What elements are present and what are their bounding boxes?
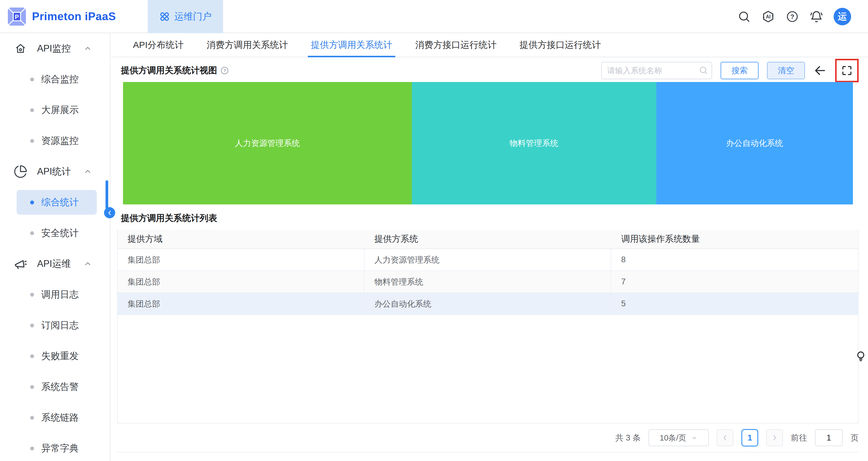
page-unit-label: 页: [850, 432, 859, 443]
tab-bar: API分布统计 消费方调用关系统计 提供方调用关系统计 消费方接口运行统计 提供…: [111, 33, 868, 57]
portal-tab-label: 运维门户: [174, 10, 212, 23]
group-label: API运维: [37, 257, 71, 270]
bullet-icon: [30, 231, 34, 235]
back-arrow-button[interactable]: [813, 64, 827, 77]
table-row[interactable]: 集团总部 物料管理系统 7: [118, 271, 858, 293]
ai-assistant-icon[interactable]: AI: [761, 10, 775, 24]
pagination: 共 3 条 10条/页 1 前往 页: [117, 424, 859, 453]
sidebar-item[interactable]: 系统链路: [17, 402, 97, 433]
tab-api-distribution[interactable]: API分布统计: [133, 33, 184, 57]
top-icons: AI ? 运: [737, 0, 851, 33]
svg-text:?: ?: [223, 68, 226, 73]
annotation-highlight-box: [835, 59, 859, 82]
arrow-left-icon: [813, 64, 827, 77]
treemap-node[interactable]: 物料管理系统: [412, 82, 656, 205]
help-circle-icon[interactable]: ?: [220, 66, 229, 75]
view-actions: 搜索 清空: [601, 59, 859, 82]
sidebar-collapse-button[interactable]: [104, 207, 115, 218]
bullet-icon: [30, 416, 34, 420]
bullet-icon: [30, 139, 34, 143]
tab-provider-call-relation[interactable]: 提供方调用关系统计: [311, 33, 392, 57]
apps-grid-icon: [159, 11, 170, 22]
sidebar-scroll-indicator: [105, 180, 108, 209]
column-header: 调用该操作系统数量: [611, 230, 858, 248]
bullet-icon: [30, 201, 34, 205]
group-label: API统计: [37, 165, 71, 178]
chevron-right-icon: [771, 434, 778, 441]
fullscreen-icon: [841, 64, 853, 76]
chevron-up-icon: [84, 260, 92, 268]
svg-text:AI: AI: [766, 14, 771, 19]
sidebar-group-api-monitor[interactable]: API监控: [0, 33, 110, 64]
table-row-highlighted[interactable]: 集团总部 办公自动化系统 5: [118, 293, 858, 315]
bullet-icon: [30, 385, 34, 389]
sidebar-item[interactable]: 综合监控: [17, 64, 97, 95]
treemap-node[interactable]: 办公自动化系统: [656, 82, 853, 205]
user-avatar[interactable]: 运: [834, 8, 851, 25]
bullet-icon: [30, 78, 34, 82]
sidebar-item[interactable]: 异常字典: [17, 433, 97, 461]
main-content: API分布统计 消费方调用关系统计 提供方调用关系统计 消费方接口运行统计 提供…: [111, 33, 868, 461]
table-empty-area: [118, 315, 858, 423]
bullet-icon: [30, 447, 34, 451]
view-controls-row: 提供方调用关系统计视图 ? 搜索 清空: [111, 62, 868, 80]
sidebar-item[interactable]: 失败重发: [17, 341, 97, 371]
svg-text:P: P: [15, 13, 19, 20]
sidebar-group-api-ops[interactable]: API运维: [0, 248, 110, 279]
brand-logo-icon: P: [7, 7, 27, 26]
sidebar-item-active[interactable]: 综合统计: [17, 187, 97, 218]
treemap-node[interactable]: 人力资源管理系统: [123, 82, 412, 205]
sidebar: API监控 综合监控 大屏展示 资源监控 API统计 综合统计 安全统计 API…: [0, 33, 110, 461]
help-icon[interactable]: ?: [785, 10, 799, 24]
brand-name: Primeton iPaaS: [32, 10, 116, 23]
chevron-up-icon: [84, 44, 92, 53]
view-section-title: 提供方调用关系统计视图 ?: [121, 64, 229, 76]
lightbulb-helper-icon[interactable]: [856, 350, 866, 365]
tab-provider-api-run[interactable]: 提供方接口运行统计: [520, 33, 601, 57]
goto-label: 前往: [791, 432, 807, 443]
total-count-label: 共 3 条: [615, 432, 641, 443]
prev-page-button[interactable]: [717, 429, 734, 446]
goto-page-input[interactable]: [815, 429, 843, 446]
brand: P Primeton iPaaS: [7, 0, 116, 33]
search-icon: [699, 66, 708, 75]
fullscreen-button[interactable]: [841, 64, 853, 76]
megaphone-icon: [13, 257, 27, 271]
system-name-search: [601, 62, 712, 79]
tab-consumer-api-run[interactable]: 消费方接口运行统计: [415, 33, 497, 57]
column-header: 提供方系统: [365, 230, 612, 248]
bullet-icon: [30, 108, 34, 112]
sidebar-group-api-stats[interactable]: API统计: [0, 156, 110, 187]
sidebar-item[interactable]: 资源监控: [17, 125, 97, 156]
provider-call-table: 提供方域 提供方系统 调用该操作系统数量 集团总部 人力资源管理系统 8 集团总…: [117, 230, 859, 424]
sidebar-item[interactable]: 系统告警: [17, 371, 97, 402]
table-header-row: 提供方域 提供方系统 调用该操作系统数量: [118, 230, 858, 249]
search-button[interactable]: 搜索: [720, 62, 758, 79]
page-number-button[interactable]: 1: [741, 429, 758, 447]
sidebar-item[interactable]: 订阅日志: [17, 310, 97, 341]
home-icon: [13, 41, 27, 56]
column-header: 提供方域: [118, 230, 365, 248]
provider-call-treemap: 人力资源管理系统 物料管理系统 办公自动化系统: [123, 82, 853, 205]
next-page-button[interactable]: [766, 429, 783, 446]
group-label: API监控: [37, 42, 71, 55]
portal-tab[interactable]: 运维门户: [148, 0, 223, 33]
search-input[interactable]: [601, 62, 712, 79]
table-row[interactable]: 集团总部 人力资源管理系统 8: [118, 249, 858, 271]
clear-button[interactable]: 清空: [767, 62, 805, 79]
list-section-title: 提供方调用关系统计列表: [121, 212, 868, 224]
bullet-icon: [30, 354, 34, 358]
sidebar-item[interactable]: 安全统计: [17, 218, 97, 248]
chevron-up-icon: [84, 167, 92, 176]
sidebar-item[interactable]: 大屏展示: [17, 95, 97, 125]
sidebar-item[interactable]: 调用日志: [17, 279, 97, 310]
tab-consumer-call-relation[interactable]: 消费方调用关系统计: [207, 33, 288, 57]
pie-chart-icon: [13, 165, 27, 179]
chevron-left-icon: [107, 210, 113, 216]
bullet-icon: [30, 324, 34, 328]
search-icon[interactable]: [737, 10, 751, 24]
notification-bell-icon[interactable]: [809, 10, 824, 24]
page-size-select[interactable]: 10条/页: [649, 429, 709, 446]
bullet-icon: [30, 293, 34, 297]
svg-text:?: ?: [790, 13, 794, 21]
